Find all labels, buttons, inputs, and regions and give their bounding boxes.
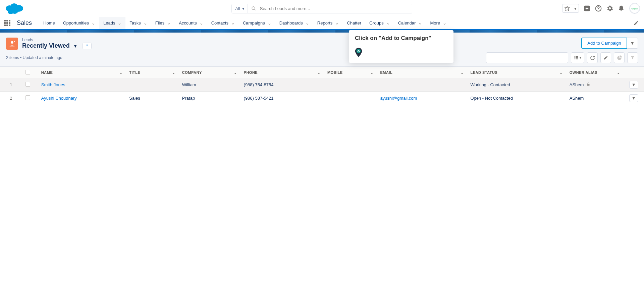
row-checkbox[interactable] bbox=[25, 82, 30, 87]
nav-item-groups[interactable]: Groups⌄ bbox=[365, 17, 394, 29]
listview-controls: ▾ bbox=[486, 52, 638, 63]
svg-text:G: G bbox=[357, 50, 360, 53]
email-link[interactable]: ayushi@gmail.com bbox=[380, 96, 417, 101]
favorite-button[interactable] bbox=[562, 4, 572, 12]
listview-title[interactable]: Recently Viewed bbox=[22, 42, 70, 49]
nav-item-calendar[interactable]: Calendar⌄ bbox=[394, 17, 426, 29]
setup-gear-icon[interactable] bbox=[606, 5, 613, 12]
nav-item-label: Leads bbox=[103, 20, 115, 26]
page-header: Leads Recently Viewed ▼ Add to Campaign … bbox=[0, 33, 644, 67]
search-input[interactable] bbox=[260, 6, 409, 11]
add-to-campaign-button[interactable]: Add to Campaign bbox=[581, 38, 627, 49]
nav-item-tasks[interactable]: Tasks⌄ bbox=[125, 17, 151, 29]
refresh-button[interactable] bbox=[587, 52, 598, 63]
svg-point-10 bbox=[598, 10, 599, 10]
nav-item-more[interactable]: More⌄ bbox=[426, 17, 450, 29]
sort-caret-icon[interactable]: ⌄ bbox=[234, 70, 237, 75]
col-name[interactable]: NAME⌄ bbox=[38, 67, 126, 78]
nav-item-opportunities[interactable]: Opportunities⌄ bbox=[59, 17, 99, 29]
pin-listview-button[interactable] bbox=[83, 43, 92, 49]
chevron-down-icon[interactable]: ⌄ bbox=[418, 20, 422, 26]
col-email[interactable]: EMAIL⌄ bbox=[377, 67, 467, 78]
favorites-dropdown[interactable]: ▾ bbox=[572, 4, 579, 12]
chevron-down-icon[interactable]: ⌄ bbox=[118, 20, 121, 26]
col-title[interactable]: TITLE⌄ bbox=[126, 67, 178, 78]
nav-item-label: Files bbox=[155, 20, 164, 26]
help-icon[interactable] bbox=[595, 5, 602, 12]
nav-item-files[interactable]: Files⌄ bbox=[151, 17, 175, 29]
nav-item-leads[interactable]: Leads⌄ bbox=[99, 17, 125, 30]
cell-phone: (986) 587-5421 bbox=[240, 92, 324, 105]
chevron-down-icon[interactable]: ⌄ bbox=[268, 20, 271, 26]
chevron-down-icon[interactable]: ⌄ bbox=[443, 20, 446, 26]
chart-button[interactable] bbox=[614, 52, 625, 63]
filter-button[interactable] bbox=[627, 52, 638, 63]
nav-item-dashboards[interactable]: Dashboards⌄ bbox=[275, 17, 313, 29]
svg-point-5 bbox=[252, 6, 255, 9]
add-to-campaign-button-group: Add to Campaign ▼ bbox=[581, 38, 638, 49]
col-mobile[interactable]: MOBILE⌄ bbox=[324, 67, 377, 78]
nav-item-label: Campaigns bbox=[243, 20, 265, 26]
sort-caret-icon[interactable]: ⌄ bbox=[317, 70, 321, 75]
row-action-menu-button[interactable]: ▼ bbox=[629, 81, 638, 89]
display-as-button[interactable]: ▾ bbox=[571, 52, 584, 63]
chevron-down-icon[interactable]: ⌄ bbox=[386, 20, 390, 26]
lead-name-link[interactable]: Ayushi Choudhary bbox=[41, 96, 77, 101]
search-scope-dropdown[interactable]: All ▾ bbox=[231, 4, 248, 13]
search-icon bbox=[252, 6, 257, 11]
nav-item-campaigns[interactable]: Campaigns⌄ bbox=[239, 17, 275, 29]
row-checkbox[interactable] bbox=[25, 95, 30, 100]
nav-item-chatter[interactable]: Chatter bbox=[343, 17, 365, 29]
nav-item-label: Contacts bbox=[211, 20, 228, 26]
chevron-down-icon[interactable]: ⌄ bbox=[200, 20, 203, 26]
search-box[interactable] bbox=[248, 4, 413, 13]
nav-item-home[interactable]: Home bbox=[39, 17, 59, 29]
page-header-actions: Add to Campaign ▼ bbox=[581, 38, 638, 49]
svg-point-4 bbox=[8, 9, 14, 14]
inline-edit-button[interactable] bbox=[600, 52, 611, 63]
leads-object-icon bbox=[6, 38, 18, 50]
svg-rect-17 bbox=[575, 58, 575, 59]
action-dropdown-button[interactable]: ▼ bbox=[627, 38, 638, 49]
page-header-row-2: 2 items • Updated a minute ago ▾ bbox=[6, 52, 638, 63]
chevron-down-icon[interactable]: ⌄ bbox=[167, 20, 171, 26]
app-name: Sales bbox=[17, 19, 32, 27]
global-add-button[interactable] bbox=[584, 5, 590, 12]
listview-switcher-caret-icon[interactable]: ▼ bbox=[73, 43, 78, 49]
row-select-cell bbox=[22, 92, 38, 105]
col-owner-alias[interactable]: OWNER ALIAS⌄ bbox=[566, 67, 624, 78]
select-all-checkbox[interactable] bbox=[25, 70, 30, 74]
nav-items-container: HomeOpportunities⌄Leads⌄Tasks⌄Files⌄Acco… bbox=[39, 17, 450, 29]
chevron-down-icon[interactable]: ⌄ bbox=[335, 20, 339, 26]
user-avatar[interactable]: myguide bbox=[629, 3, 640, 14]
svg-rect-18 bbox=[576, 56, 578, 57]
col-lead-status[interactable]: LEAD STATUS⌄ bbox=[467, 67, 566, 78]
sort-caret-icon[interactable]: ⌄ bbox=[119, 70, 123, 75]
listview-table-wrap: NAME⌄ TITLE⌄ COMPANY⌄ PHONE⌄ MOBILE⌄ EMA… bbox=[0, 67, 644, 105]
chevron-down-icon[interactable]: ⌄ bbox=[92, 20, 95, 26]
col-row-number bbox=[0, 67, 22, 78]
sort-caret-icon[interactable]: ⌄ bbox=[559, 70, 563, 75]
nav-edit-pencil-icon[interactable] bbox=[632, 20, 640, 26]
sort-caret-icon[interactable]: ⌄ bbox=[172, 70, 175, 75]
sort-caret-icon[interactable]: ⌄ bbox=[370, 70, 374, 75]
cell-phone: (988) 754-8754 bbox=[240, 78, 324, 92]
nav-bar: Sales HomeOpportunities⌄Leads⌄Tasks⌄File… bbox=[0, 17, 644, 30]
chevron-down-icon[interactable]: ⌄ bbox=[231, 20, 235, 26]
app-launcher-icon[interactable] bbox=[4, 20, 11, 27]
col-phone[interactable]: PHONE⌄ bbox=[240, 67, 324, 78]
global-header: All ▾ ▾ myguide bbox=[0, 0, 644, 17]
nav-item-contacts[interactable]: Contacts⌄ bbox=[207, 17, 239, 29]
notifications-bell-icon[interactable] bbox=[618, 5, 625, 12]
sort-caret-icon[interactable]: ⌄ bbox=[617, 70, 620, 75]
sort-caret-icon[interactable]: ⌄ bbox=[461, 70, 464, 75]
nav-item-accounts[interactable]: Accounts⌄ bbox=[175, 17, 207, 29]
chevron-down-icon[interactable]: ⌄ bbox=[306, 20, 309, 26]
nav-item-reports[interactable]: Reports⌄ bbox=[313, 17, 343, 29]
cell-owner-alias: AShem bbox=[566, 78, 624, 92]
lead-name-link[interactable]: Smith Jones bbox=[41, 82, 65, 87]
chevron-down-icon[interactable]: ⌄ bbox=[144, 20, 147, 26]
row-action-menu-button[interactable]: ▼ bbox=[629, 94, 638, 102]
listview-search-input[interactable] bbox=[486, 52, 568, 63]
col-company[interactable]: COMPANY⌄ bbox=[179, 67, 240, 78]
